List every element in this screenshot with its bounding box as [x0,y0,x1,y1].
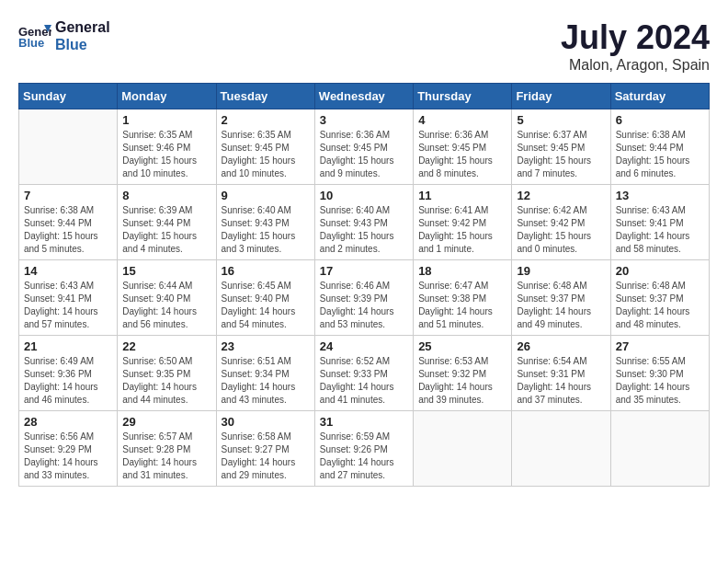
day-info: Sunrise: 6:38 AMSunset: 9:44 PMDaylight:… [24,204,112,256]
calendar-week-row: 14Sunrise: 6:43 AMSunset: 9:41 PMDayligh… [19,260,710,336]
calendar-cell: 24Sunrise: 6:52 AMSunset: 9:33 PMDayligh… [314,336,413,411]
day-number: 9 [222,189,310,202]
logo-blue: Blue [55,36,110,53]
day-info: Sunrise: 6:48 AMSunset: 9:37 PMDaylight:… [517,280,605,331]
calendar-cell: 4Sunrise: 6:36 AMSunset: 9:45 PMDaylight… [414,109,512,185]
calendar-cell: 27Sunrise: 6:55 AMSunset: 9:30 PMDayligh… [610,336,709,411]
weekday-header: Monday [118,84,216,109]
day-number: 30 [222,415,310,429]
day-info: Sunrise: 6:44 AMSunset: 9:40 PMDaylight:… [122,280,210,331]
day-number: 27 [616,339,704,353]
day-info: Sunrise: 6:56 AMSunset: 9:29 PMDaylight:… [24,431,112,482]
day-number: 26 [517,339,605,353]
calendar-cell: 6Sunrise: 6:38 AMSunset: 9:44 PMDaylight… [610,109,709,185]
weekday-header: Friday [512,84,610,109]
day-info: Sunrise: 6:59 AMSunset: 9:26 PMDaylight:… [320,431,408,482]
day-info: Sunrise: 6:36 AMSunset: 9:45 PMDaylight:… [320,129,408,180]
day-number: 19 [517,264,605,278]
logo-general: General [55,18,110,36]
day-number: 12 [517,189,605,202]
day-info: Sunrise: 6:39 AMSunset: 9:44 PMDaylight:… [122,204,210,256]
weekday-header: Wednesday [314,84,413,109]
day-info: Sunrise: 6:43 AMSunset: 9:41 PMDaylight:… [616,204,704,256]
day-info: Sunrise: 6:36 AMSunset: 9:45 PMDaylight:… [418,129,506,180]
calendar-cell: 11Sunrise: 6:41 AMSunset: 9:42 PMDayligh… [414,185,512,260]
calendar-cell: 16Sunrise: 6:45 AMSunset: 9:40 PMDayligh… [216,260,314,336]
calendar-cell: 31Sunrise: 6:59 AMSunset: 9:26 PMDayligh… [314,411,413,487]
day-info: Sunrise: 6:54 AMSunset: 9:31 PMDaylight:… [517,355,605,407]
calendar-cell: 3Sunrise: 6:36 AMSunset: 9:45 PMDaylight… [314,109,413,185]
location-title: Malon, Aragon, Spain [561,57,710,74]
day-info: Sunrise: 6:35 AMSunset: 9:45 PMDaylight:… [222,129,310,180]
calendar-table: SundayMondayTuesdayWednesdayThursdayFrid… [18,83,710,487]
day-info: Sunrise: 6:50 AMSunset: 9:35 PMDaylight:… [122,355,210,407]
calendar-cell: 17Sunrise: 6:46 AMSunset: 9:39 PMDayligh… [314,260,413,336]
day-number: 6 [616,113,704,127]
day-info: Sunrise: 6:40 AMSunset: 9:43 PMDaylight:… [222,204,310,256]
day-info: Sunrise: 6:53 AMSunset: 9:32 PMDaylight:… [418,355,506,407]
day-number: 17 [320,264,408,278]
day-number: 15 [122,264,210,278]
day-number: 13 [616,189,704,202]
calendar-cell: 13Sunrise: 6:43 AMSunset: 9:41 PMDayligh… [610,185,709,260]
day-number: 29 [122,415,210,429]
calendar-cell: 30Sunrise: 6:58 AMSunset: 9:27 PMDayligh… [216,411,314,487]
day-number: 8 [122,189,210,202]
calendar-cell: 14Sunrise: 6:43 AMSunset: 9:41 PMDayligh… [19,260,118,336]
day-info: Sunrise: 6:57 AMSunset: 9:28 PMDaylight:… [122,431,210,482]
calendar-cell: 7Sunrise: 6:38 AMSunset: 9:44 PMDaylight… [19,185,118,260]
svg-text:Blue: Blue [18,36,44,49]
calendar-cell: 21Sunrise: 6:49 AMSunset: 9:36 PMDayligh… [19,336,118,411]
day-info: Sunrise: 6:43 AMSunset: 9:41 PMDaylight:… [24,280,112,331]
day-number: 28 [24,415,112,429]
day-number: 7 [24,189,112,202]
title-area: July 2024 Malon, Aragon, Spain [561,18,710,74]
day-number: 11 [418,189,506,202]
calendar-cell: 5Sunrise: 6:37 AMSunset: 9:45 PMDaylight… [512,109,610,185]
calendar-cell [414,411,512,487]
day-number: 21 [24,339,112,353]
day-info: Sunrise: 6:47 AMSunset: 9:38 PMDaylight:… [418,280,506,331]
day-info: Sunrise: 6:51 AMSunset: 9:34 PMDaylight:… [222,355,310,407]
calendar-cell: 15Sunrise: 6:44 AMSunset: 9:40 PMDayligh… [118,260,216,336]
day-number: 16 [222,264,310,278]
calendar-week-row: 7Sunrise: 6:38 AMSunset: 9:44 PMDaylight… [19,185,710,260]
calendar-cell: 29Sunrise: 6:57 AMSunset: 9:28 PMDayligh… [118,411,216,487]
day-info: Sunrise: 6:37 AMSunset: 9:45 PMDaylight:… [517,129,605,180]
weekday-header: Sunday [19,84,118,109]
day-info: Sunrise: 6:46 AMSunset: 9:39 PMDaylight:… [320,280,408,331]
calendar-header-row: SundayMondayTuesdayWednesdayThursdayFrid… [19,84,710,109]
day-number: 24 [320,339,408,353]
day-info: Sunrise: 6:55 AMSunset: 9:30 PMDaylight:… [616,355,704,407]
calendar-cell: 1Sunrise: 6:35 AMSunset: 9:46 PMDaylight… [118,109,216,185]
page-header: General Blue General Blue July 2024 Malo… [18,18,710,74]
calendar-week-row: 21Sunrise: 6:49 AMSunset: 9:36 PMDayligh… [19,336,710,411]
day-number: 14 [24,264,112,278]
weekday-header: Tuesday [216,84,314,109]
calendar-cell: 28Sunrise: 6:56 AMSunset: 9:29 PMDayligh… [19,411,118,487]
day-number: 1 [122,113,210,127]
day-number: 20 [616,264,704,278]
logo: General Blue General Blue [18,18,110,53]
day-number: 3 [320,113,408,127]
day-number: 23 [222,339,310,353]
day-number: 2 [222,113,310,127]
day-number: 4 [418,113,506,127]
day-info: Sunrise: 6:41 AMSunset: 9:42 PMDaylight:… [418,204,506,256]
calendar-week-row: 28Sunrise: 6:56 AMSunset: 9:29 PMDayligh… [19,411,710,487]
day-number: 18 [418,264,506,278]
day-number: 31 [320,415,408,429]
logo-icon: General Blue [18,23,51,49]
day-info: Sunrise: 6:49 AMSunset: 9:36 PMDaylight:… [24,355,112,407]
calendar-cell: 19Sunrise: 6:48 AMSunset: 9:37 PMDayligh… [512,260,610,336]
day-info: Sunrise: 6:48 AMSunset: 9:37 PMDaylight:… [616,280,704,331]
day-info: Sunrise: 6:52 AMSunset: 9:33 PMDaylight:… [320,355,408,407]
day-number: 10 [320,189,408,202]
calendar-cell: 23Sunrise: 6:51 AMSunset: 9:34 PMDayligh… [216,336,314,411]
calendar-cell: 8Sunrise: 6:39 AMSunset: 9:44 PMDaylight… [118,185,216,260]
calendar-cell [512,411,610,487]
calendar-cell [19,109,118,185]
calendar-cell: 10Sunrise: 6:40 AMSunset: 9:43 PMDayligh… [314,185,413,260]
calendar-week-row: 1Sunrise: 6:35 AMSunset: 9:46 PMDaylight… [19,109,710,185]
day-info: Sunrise: 6:38 AMSunset: 9:44 PMDaylight:… [616,129,704,180]
